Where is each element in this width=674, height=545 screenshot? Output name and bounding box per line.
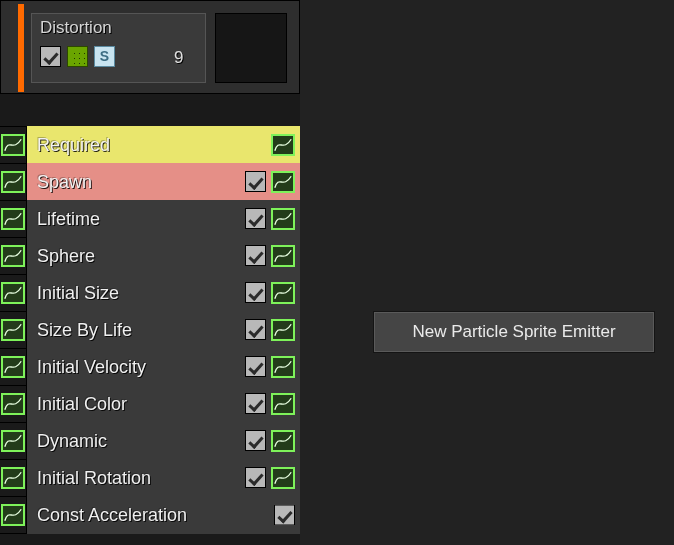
module-row[interactable]: Initial Size (0, 274, 300, 312)
emitter-accent-bar (18, 4, 24, 92)
context-menu-item-label: New Particle Sprite Emitter (412, 322, 615, 342)
curve-icon[interactable] (1, 356, 25, 378)
module-controls (245, 467, 295, 489)
prev-emitter-curve-slot (0, 126, 27, 164)
module-row[interactable]: Const Acceleration (0, 496, 300, 534)
module-label: Spawn (37, 172, 92, 193)
render-mode-icon[interactable] (67, 46, 88, 67)
module-enable-checkbox[interactable] (245, 393, 266, 414)
prev-emitter-curve-slot (0, 496, 27, 534)
prev-emitter-curve-slot (0, 385, 27, 423)
module-row[interactable]: Initial Velocity (0, 348, 300, 386)
module-body[interactable]: Size By Life (27, 311, 300, 349)
curve-icon[interactable] (1, 504, 25, 526)
module-label: Sphere (37, 246, 95, 267)
prev-emitter-curve-slot (0, 348, 27, 386)
module-row[interactable]: Required (0, 126, 300, 164)
module-row[interactable]: Spawn (0, 163, 300, 201)
module-label: Initial Rotation (37, 468, 151, 489)
module-label: Initial Size (37, 283, 119, 304)
module-row[interactable]: Initial Color (0, 385, 300, 423)
prev-emitter-curve-slot (0, 311, 27, 349)
curve-icon[interactable] (271, 430, 295, 452)
emitter-controls: S (40, 46, 115, 67)
curve-icon[interactable] (271, 356, 295, 378)
prev-emitter-curve-slot (0, 200, 27, 238)
module-body[interactable]: Required (27, 126, 300, 164)
prev-emitter-curve-slot (0, 422, 27, 460)
module-body[interactable]: Dynamic (27, 422, 300, 460)
module-controls (274, 505, 295, 526)
module-controls (271, 134, 295, 156)
module-enable-checkbox[interactable] (245, 171, 266, 192)
module-label: Const Acceleration (37, 505, 187, 526)
curve-icon[interactable] (271, 319, 295, 341)
module-body[interactable]: Sphere (27, 237, 300, 275)
curve-icon[interactable] (271, 393, 295, 415)
emitter-title: Distortion (40, 18, 112, 38)
module-controls (245, 171, 295, 193)
module-row[interactable]: Initial Rotation (0, 459, 300, 497)
module-enable-checkbox[interactable] (245, 319, 266, 340)
module-row[interactable]: Lifetime (0, 200, 300, 238)
module-body[interactable]: Lifetime (27, 200, 300, 238)
prev-emitter-curve-slot (0, 459, 27, 497)
solo-button[interactable]: S (94, 46, 115, 67)
module-enable-checkbox[interactable] (245, 245, 266, 266)
module-body[interactable]: Initial Size (27, 274, 300, 312)
module-body[interactable]: Spawn (27, 163, 300, 201)
module-label: Initial Velocity (37, 357, 146, 378)
prev-emitter-curve-slot (0, 237, 27, 275)
module-enable-checkbox[interactable] (245, 356, 266, 377)
module-label: Required (37, 135, 110, 156)
emitter-header-body: Distortion S 9 (31, 13, 206, 83)
emitter-enable-checkbox[interactable] (40, 46, 61, 67)
curve-icon[interactable] (1, 393, 25, 415)
curve-icon[interactable] (1, 319, 25, 341)
curve-icon[interactable] (271, 282, 295, 304)
module-label: Lifetime (37, 209, 100, 230)
curve-icon[interactable] (271, 245, 295, 267)
module-label: Initial Color (37, 394, 127, 415)
module-row[interactable]: Dynamic (0, 422, 300, 460)
module-label: Dynamic (37, 431, 107, 452)
module-list: RequiredSpawnLifetimeSphereInitial SizeS… (0, 126, 300, 534)
module-enable-checkbox[interactable] (245, 208, 266, 229)
curve-icon[interactable] (1, 282, 25, 304)
module-controls (245, 282, 295, 304)
module-enable-checkbox[interactable] (274, 505, 295, 526)
module-row[interactable]: Sphere (0, 237, 300, 275)
canvas-area[interactable] (300, 0, 674, 545)
module-body[interactable]: Initial Velocity (27, 348, 300, 386)
curve-icon[interactable] (271, 171, 295, 193)
emitter-thumbnail[interactable] (215, 13, 287, 83)
prev-emitter-curve-slot (0, 274, 27, 312)
emitter-header[interactable]: Distortion S 9 (0, 0, 300, 94)
emitter-column: Distortion S 9 RequiredSpawnLifetimeSphe… (0, 0, 300, 545)
module-enable-checkbox[interactable] (245, 467, 266, 488)
curve-icon[interactable] (271, 134, 295, 156)
module-row[interactable]: Size By Life (0, 311, 300, 349)
curve-icon[interactable] (1, 134, 25, 156)
module-controls (245, 393, 295, 415)
prev-emitter-curve-slot (0, 163, 27, 201)
module-enable-checkbox[interactable] (245, 282, 266, 303)
curve-icon[interactable] (1, 430, 25, 452)
module-controls (245, 208, 295, 230)
curve-icon[interactable] (1, 171, 25, 193)
module-label: Size By Life (37, 320, 132, 341)
module-body[interactable]: Const Acceleration (27, 496, 300, 534)
curve-icon[interactable] (1, 208, 25, 230)
context-menu-item-new-emitter[interactable]: New Particle Sprite Emitter (374, 312, 654, 352)
module-controls (245, 245, 295, 267)
module-controls (245, 319, 295, 341)
emitter-particle-count: 9 (174, 48, 183, 68)
curve-icon[interactable] (1, 245, 25, 267)
module-body[interactable]: Initial Color (27, 385, 300, 423)
module-enable-checkbox[interactable] (245, 430, 266, 451)
curve-icon[interactable] (271, 467, 295, 489)
curve-icon[interactable] (271, 208, 295, 230)
module-body[interactable]: Initial Rotation (27, 459, 300, 497)
curve-icon[interactable] (1, 467, 25, 489)
module-controls (245, 356, 295, 378)
